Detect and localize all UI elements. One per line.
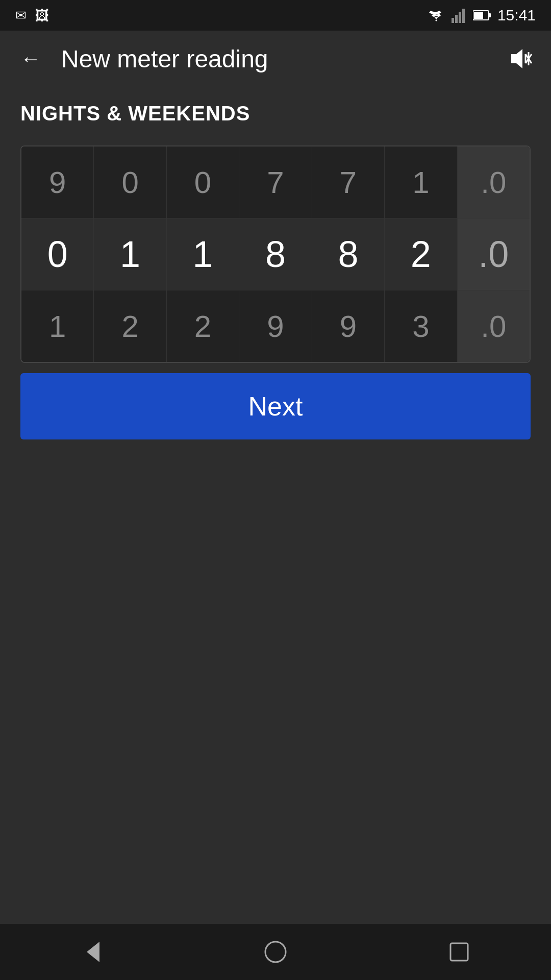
volume-button[interactable] bbox=[505, 43, 536, 74]
meter-cell-top-0[interactable]: 9 bbox=[21, 146, 94, 218]
meter-cell-bot-5[interactable]: 3 bbox=[385, 290, 457, 362]
meter-top-row: 9 0 0 7 7 1 .0 bbox=[21, 146, 530, 218]
meter-cell-bot-1[interactable]: 2 bbox=[94, 290, 166, 362]
meter-middle-row: 0 1 1 8 8 2 .0 bbox=[21, 218, 530, 290]
svg-rect-6 bbox=[474, 12, 483, 19]
meter-drum[interactable]: 9 0 0 7 7 1 .0 0 1 1 8 8 2 .0 1 2 2 9 9 … bbox=[20, 145, 531, 363]
svg-rect-5 bbox=[489, 13, 491, 17]
meter-cell-mid-decimal: .0 bbox=[458, 218, 530, 290]
svg-rect-1 bbox=[455, 15, 458, 23]
meter-cell-bot-decimal: .0 bbox=[458, 290, 530, 362]
back-nav-icon bbox=[79, 939, 105, 965]
meter-cell-bot-4[interactable]: 9 bbox=[312, 290, 385, 362]
recents-nav-icon bbox=[446, 939, 472, 965]
wifi-icon bbox=[427, 8, 445, 22]
meter-cell-bot-3[interactable]: 9 bbox=[239, 290, 312, 362]
meter-cell-bot-2[interactable]: 2 bbox=[167, 290, 239, 362]
status-time: 15:41 bbox=[497, 7, 536, 24]
back-nav-button[interactable] bbox=[71, 932, 112, 972]
meter-bottom-row: 1 2 2 9 9 3 .0 bbox=[21, 290, 530, 362]
nav-bar bbox=[0, 924, 551, 980]
svg-rect-3 bbox=[462, 9, 465, 23]
signal-icon bbox=[452, 8, 467, 23]
svg-marker-7 bbox=[511, 49, 522, 68]
meter-cell-top-1[interactable]: 0 bbox=[94, 146, 166, 218]
status-bar: ✉ 🖼 15:41 bbox=[0, 0, 551, 31]
next-button[interactable]: Next bbox=[20, 373, 531, 439]
meter-cell-mid-0[interactable]: 0 bbox=[21, 218, 94, 290]
meter-cell-mid-2[interactable]: 1 bbox=[167, 218, 239, 290]
mail-icon: ✉ bbox=[15, 8, 27, 23]
recents-nav-button[interactable] bbox=[439, 932, 480, 972]
svg-marker-12 bbox=[87, 942, 99, 962]
battery-icon bbox=[473, 10, 491, 21]
back-arrow-icon: ← bbox=[20, 47, 41, 70]
meter-rows: 9 0 0 7 7 1 .0 0 1 1 8 8 2 .0 1 2 2 9 9 … bbox=[21, 146, 530, 362]
meter-cell-mid-3[interactable]: 8 bbox=[239, 218, 312, 290]
meter-cell-top-2[interactable]: 0 bbox=[167, 146, 239, 218]
meter-cell-top-5[interactable]: 1 bbox=[385, 146, 457, 218]
status-bar-right: 15:41 bbox=[427, 7, 536, 24]
meter-cell-mid-1[interactable]: 1 bbox=[94, 218, 166, 290]
svg-rect-2 bbox=[459, 12, 461, 23]
section-label: NIGHTS & WEEKENDS bbox=[0, 87, 551, 135]
volume-icon bbox=[507, 47, 534, 70]
back-button[interactable]: ← bbox=[15, 43, 46, 74]
home-nav-button[interactable] bbox=[255, 932, 296, 972]
svg-rect-14 bbox=[450, 943, 468, 961]
meter-cell-mid-4[interactable]: 8 bbox=[312, 218, 385, 290]
image-icon: 🖼 bbox=[35, 7, 49, 24]
status-bar-left: ✉ 🖼 bbox=[15, 7, 49, 24]
svg-point-13 bbox=[265, 942, 286, 962]
meter-cell-top-4[interactable]: 7 bbox=[312, 146, 385, 218]
meter-cell-top-decimal: .0 bbox=[458, 146, 530, 218]
meter-cell-top-3[interactable]: 7 bbox=[239, 146, 312, 218]
meter-cell-bot-0[interactable]: 1 bbox=[21, 290, 94, 362]
home-nav-icon bbox=[263, 939, 288, 965]
page-title: New meter reading bbox=[61, 45, 490, 73]
svg-rect-0 bbox=[452, 18, 454, 23]
meter-cell-mid-5[interactable]: 2 bbox=[385, 218, 457, 290]
app-bar: ← New meter reading bbox=[0, 31, 551, 87]
